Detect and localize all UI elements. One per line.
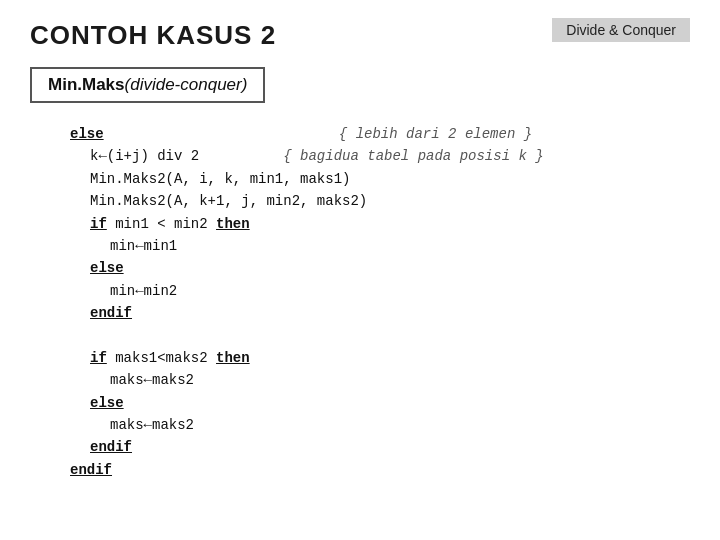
code-line-15: endif bbox=[70, 459, 690, 481]
code-block: else { lebih dari 2 elemen } k←(i+j) div… bbox=[30, 123, 690, 481]
code-line-2: k←(i+j) div 2 { bagidua tabel pada posis… bbox=[90, 145, 690, 167]
code-line-12: else bbox=[90, 392, 690, 414]
subtitle-italic: (divide-conquer) bbox=[125, 75, 248, 94]
code-line-8: min←min2 bbox=[110, 280, 690, 302]
code-line-13: maks←maks2 bbox=[110, 414, 690, 436]
code-line-6: min←min1 bbox=[110, 235, 690, 257]
code-line-3: Min.Maks2(A, i, k, min1, maks1) bbox=[90, 168, 690, 190]
code-line-9: endif bbox=[90, 302, 690, 324]
code-line-10: if maks1<maks2 then bbox=[90, 347, 690, 369]
code-line-blank bbox=[70, 325, 690, 347]
subtitle-bold: Min.Maks bbox=[48, 75, 125, 94]
subtitle-box: Min.Maks(divide-conquer) bbox=[30, 67, 265, 103]
badge: Divide & Conquer bbox=[552, 18, 690, 42]
page: CONTOH KASUS 2 Divide & Conquer Min.Maks… bbox=[0, 0, 720, 540]
code-line-7: else bbox=[90, 257, 690, 279]
code-line-11: maks←maks2 bbox=[110, 369, 690, 391]
code-line-1: else { lebih dari 2 elemen } bbox=[70, 123, 690, 145]
code-line-5: if min1 < min2 then bbox=[90, 213, 690, 235]
code-line-4: Min.Maks2(A, k+1, j, min2, maks2) bbox=[90, 190, 690, 212]
code-line-14: endif bbox=[90, 436, 690, 458]
